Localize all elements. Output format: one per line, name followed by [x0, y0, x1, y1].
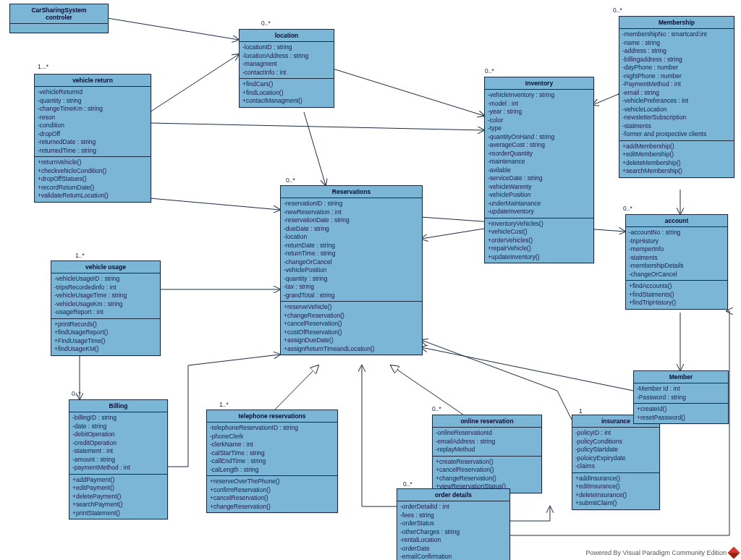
attribute: -averageCost : string [488, 141, 590, 150]
attribute: -newsletterSubscription [622, 114, 731, 122]
operations: +reserveOverThePhone()+confirmReservatio… [207, 476, 337, 512]
attribute: -orderDetailId : int [400, 503, 507, 512]
attribute: -poloicyExpirydate [575, 454, 656, 463]
operations: +inventoryVehicles()+vehicleCost()+order… [485, 219, 593, 263]
operation: +findTripHistory() [629, 299, 724, 307]
title-line2: controler [46, 14, 72, 21]
attribute: -membershipNo : smartcard:int [622, 30, 731, 39]
attribute: -nightPhone : number [622, 72, 731, 81]
class-insurance[interactable]: insurance-policyID : int-policyCondition… [572, 415, 660, 510]
attribute: -policyID : int [575, 429, 656, 438]
attribute: -vehicleUsageKm : string [54, 300, 157, 309]
operation: +validateReturnLocation() [38, 192, 148, 200]
class-title: Membership [619, 17, 734, 29]
class-orderdetails[interactable]: order details-orderDetailId : int-fees :… [397, 488, 510, 560]
operation: +cancelReservation() [436, 466, 538, 475]
attribute: -policyConditions [575, 438, 656, 446]
attribute: -returnTime : string [284, 250, 419, 258]
operation: +editInsurance() [575, 483, 656, 491]
attribute: -creditOperation [72, 439, 164, 448]
operation: +costOfReservation() [284, 328, 419, 337]
multiplicity-label: 0..* [432, 405, 441, 412]
class-title: telephone reservations [207, 410, 337, 423]
attribute: -contactInfo : int [242, 69, 331, 77]
operation: +searchPayment() [72, 501, 164, 509]
operation: +updateInventory() [488, 253, 590, 262]
class-member[interactable]: Member-Member Id : int-Password : string… [633, 370, 729, 424]
operation: +reserveOverThePhone() [210, 478, 334, 486]
attribute: -newReservation : int [284, 208, 419, 217]
operation: +recordReturnDate() [38, 184, 148, 192]
operation: +findStatments() [629, 291, 724, 300]
attribute: -tripHistory [629, 237, 724, 246]
attribute: -reson [38, 114, 148, 122]
attribute: -locationAddress : string [242, 52, 331, 61]
attribute: -policyStartdate [575, 446, 656, 454]
multiplicity-label: 0..* [485, 67, 494, 75]
operation: +returnVehicle() [38, 158, 148, 167]
attribute: -emailConfirmation [400, 553, 507, 560]
operations: +reserveVehicle()+changeReservation()+ca… [281, 302, 422, 355]
class-billing[interactable]: Billing-billingID : string-date : string… [69, 399, 168, 519]
attribute: -onlineReservationId [436, 429, 538, 438]
multiplicity-label: 1..* [219, 401, 229, 408]
attribute: -returnedDate : string [38, 138, 148, 147]
title-line1: CarSharingSystem [31, 7, 86, 14]
attribute: -location [284, 233, 419, 242]
operation: +searchMembership() [622, 167, 731, 176]
operations: +createId()+resetPassword() [634, 404, 728, 423]
attribute: -usageReport : int [54, 308, 157, 317]
operation: +orderVehicles() [488, 237, 590, 245]
multiplicity-label: 0..* [261, 20, 271, 27]
class-vehicleReturn[interactable]: vehicle return-vehicleReturnId-quantity … [34, 74, 151, 203]
operation: +cancelReservation() [210, 494, 334, 503]
operation: +checkvehicleCondition() [38, 167, 148, 176]
attribute: -paymentMethod : int [72, 464, 164, 472]
attribute: -rentalLocation [400, 536, 507, 545]
class-location[interactable]: location-locationID : string-locationAdd… [239, 29, 334, 108]
footer-text: Powered By Visual Paradigm Community Edi… [586, 549, 727, 556]
operations: +returnVehicle()+checkvehicleCondition()… [35, 157, 151, 202]
class-vehicleUsage[interactable]: vehicle usage-vehicleUsageID : string-tr… [51, 260, 161, 356]
attribute: -avilable [488, 166, 590, 175]
attribute: -statments [629, 254, 724, 263]
attribute: -tripsRecordedinfo : int [54, 284, 157, 292]
operations: +findAccounts()+findStatments()+findTrip… [626, 281, 727, 309]
operations: +addPayment()+editPayment()+deletePaymen… [69, 475, 167, 519]
class-reservations[interactable]: Reservations-reservationID : string-newR… [280, 185, 423, 355]
class-title: online reservation [433, 415, 541, 428]
class-telephone[interactable]: telephone reservations-telephoneReservat… [206, 410, 338, 513]
attributes: -membershipNo : smartcard:int-name : str… [619, 29, 734, 141]
operation: +deleteMembership() [622, 159, 731, 168]
class-online[interactable]: online reservation-onlineReservationId-e… [432, 415, 542, 493]
operation: +confirmReservation() [210, 486, 334, 495]
operation: +addInsurance() [575, 475, 656, 483]
attribute: -calStarTime : string [210, 449, 334, 458]
attribute: -updateInventory [488, 208, 590, 216]
attribute: -phoneClerk [210, 433, 334, 441]
class-account[interactable]: account-accountNo : string-tripHistory-m… [625, 214, 728, 310]
class-inventory[interactable]: Inventory-vehicleInventory : string-mode… [484, 77, 594, 263]
operation: +findAccounts() [629, 282, 724, 291]
attribute: -telephoneReservationID : string [210, 424, 334, 433]
operation: +inventoryVehicles() [488, 220, 590, 229]
operation: +findCars() [242, 80, 331, 89]
attribute: -year : string [488, 108, 590, 116]
attribute: -calLength : string [210, 466, 334, 475]
class-controller[interactable]: CarSharingSystem controler [9, 4, 109, 33]
class-title: Reservations [281, 186, 422, 198]
attribute: -reservationID : string [284, 200, 419, 208]
footer: Powered By Visual Paradigm Community Edi… [586, 548, 738, 557]
multiplicity-label: 1..* [75, 252, 85, 259]
visual-paradigm-logo-icon [728, 547, 740, 559]
operation: +FindUsageTime() [54, 337, 157, 346]
attribute: -billingaddress : string [622, 56, 731, 64]
attribute: -underMaintanance [488, 200, 590, 208]
operation: +editPayment() [72, 484, 164, 493]
operation: +changeReservation() [436, 475, 538, 483]
class-title: vehicle usage [51, 261, 160, 273]
operation: +repairVehicle() [488, 245, 590, 253]
attribute: -orderDate [400, 545, 507, 553]
class-membership[interactable]: Membership-membershipNo : smartcard:int-… [619, 16, 734, 178]
attribute: -former and prospective clients [622, 130, 731, 139]
